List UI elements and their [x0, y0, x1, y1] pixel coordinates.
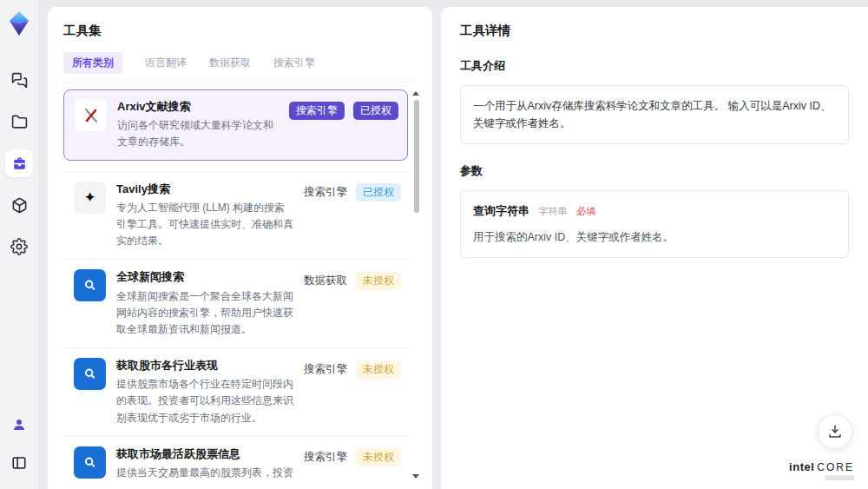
auth-status-badge: 未授权 [356, 360, 401, 379]
auth-status-badge: 已授权 [353, 102, 398, 120]
user-avatar-icon[interactable] [5, 411, 33, 439]
tool-title: 获取股市各行业表现 [116, 358, 293, 373]
category-label: 搜索引擎 [304, 450, 347, 465]
intro-text-box: 一个用于从Arxiv存储库搜索科学论文和文章的工具。 输入可以是Arxiv ID… [460, 85, 849, 144]
intro-text: 一个用于从Arxiv存储库搜索科学论文和文章的工具。 输入可以是Arxiv ID… [473, 100, 832, 129]
param-card: 查询字符串 字符串 必填 用于搜索的Arxiv ID、关键字或作者姓名。 [460, 190, 849, 258]
tool-title: 全球新闻搜索 [116, 269, 293, 285]
tab-data-fetch[interactable]: 数据获取 [209, 56, 251, 70]
param-name: 查询字符串 [473, 204, 529, 217]
scroll-down-arrow-icon[interactable] [412, 474, 419, 479]
intel-core-logo: intelCORE [789, 461, 854, 480]
folder-icon[interactable] [5, 108, 33, 135]
tool-title: Arxiv文献搜索 [117, 99, 279, 115]
tab-search-engine[interactable]: 搜索引擎 [273, 56, 315, 70]
intro-heading: 工具介绍 [460, 58, 849, 74]
tool-desc: 提供股票市场各个行业在特定时间段内的表现。投资者可以利用这些信息来识别表现优于或… [116, 376, 293, 426]
tool-desc: 专为人工智能代理 (LLM) 构建的搜索引擎工具。可快速提供实时、准确和真实的结… [116, 200, 293, 250]
tool-card-arxiv[interactable]: Arxiv文献搜索 访问各个研究领域大量科学论文和文章的存储库。 搜索引擎 已授… [63, 89, 408, 161]
tavily-sparkle-icon: ✦ [74, 182, 106, 214]
auth-status-badge: 未授权 [356, 448, 401, 466]
app-logo-icon[interactable] [8, 10, 30, 36]
stock-search-icon [74, 358, 106, 390]
category-label: 数据获取 [304, 274, 347, 288]
tab-all-categories[interactable]: 所有类别 [63, 52, 122, 74]
page-title: 工具集 [48, 23, 432, 39]
settings-gear-icon[interactable] [5, 233, 33, 261]
scrollbar-thumb[interactable] [414, 100, 419, 213]
tool-card-global-news[interactable]: 全球新闻搜索 全球新闻搜索是一个聚合全球各大新闻网站内容的搜索引擎，帮助用户快速… [63, 260, 408, 347]
tool-card-tavily[interactable]: ✦ Tavily搜索 专为人工智能代理 (LLM) 构建的搜索引擎工具。可快速提… [63, 172, 408, 260]
tool-desc: 全球新闻搜索是一个聚合全球各大新闻网站内容的搜索引擎，帮助用户快速获取全球最新资… [116, 288, 293, 339]
tools-panel: 工具集 所有类别 语言翻译 数据获取 搜索引擎 Arxiv文献搜索 访问各个研究… [48, 7, 432, 489]
auth-status-badge: 未授权 [356, 272, 401, 290]
rail-bottom [5, 411, 33, 477]
category-badge: 搜索引擎 [289, 102, 345, 120]
tool-title: 获取市场最活跃股票信息 [116, 446, 293, 462]
brand-core-text: CORE [817, 461, 854, 473]
brand-subtext-bar [825, 475, 854, 480]
param-required-flag: 必填 [576, 206, 595, 216]
param-desc: 用于搜索的Arxiv ID、关键字或作者姓名。 [473, 228, 836, 246]
category-label: 搜索引擎 [304, 362, 347, 377]
download-button[interactable] [818, 414, 852, 449]
tool-list: Arxiv文献搜索 访问各个研究领域大量科学论文和文章的存储库。 搜索引擎 已授… [63, 89, 420, 482]
params-heading: 参数 [460, 163, 849, 179]
param-type: 字符串 [538, 206, 567, 216]
rail-nav [5, 66, 33, 261]
arxiv-logo-icon [75, 99, 107, 131]
download-icon [827, 424, 843, 439]
tool-card-most-active-stocks[interactable]: 获取市场最活跃股票信息 提供当天交易量最高的股票列表，投资者可以利用这些信息来识… [63, 437, 408, 482]
list-scrollbar[interactable] [413, 89, 420, 482]
category-label: 搜索引擎 [304, 185, 347, 200]
tab-language-translation[interactable]: 语言翻译 [145, 56, 187, 70]
detail-title: 工具详情 [460, 23, 849, 39]
cube-icon[interactable] [5, 191, 33, 219]
tool-desc: 提供当天交易量最高的股票列表，投资者可以利用这些信息来识别流动性强的股票和潜在的… [116, 465, 293, 482]
brand-intel-text: intel [789, 460, 814, 473]
auth-status-badge: 已授权 [356, 183, 401, 202]
detail-panel: 工具详情 工具介绍 一个用于从Arxiv存储库搜索科学论文和文章的工具。 输入可… [441, 7, 868, 489]
tool-card-sector-performance[interactable]: 获取股市各行业表现 提供股票市场各个行业在特定时间段内的表现。投资者可以利用这些… [63, 348, 408, 436]
chat-icon[interactable] [5, 66, 33, 94]
app-rail [0, 0, 38, 489]
scroll-up-arrow-icon[interactable] [412, 91, 419, 96]
tool-desc: 访问各个研究领域大量科学论文和文章的存储库。 [117, 117, 279, 150]
toolbox-icon[interactable] [5, 149, 33, 177]
category-tabs: 所有类别 语言翻译 数据获取 搜索引擎 [63, 52, 417, 83]
stock-search-icon [74, 446, 106, 479]
news-search-icon [74, 269, 106, 301]
panel-toggle-icon[interactable] [5, 449, 33, 477]
tool-title: Tavily搜索 [116, 182, 293, 197]
